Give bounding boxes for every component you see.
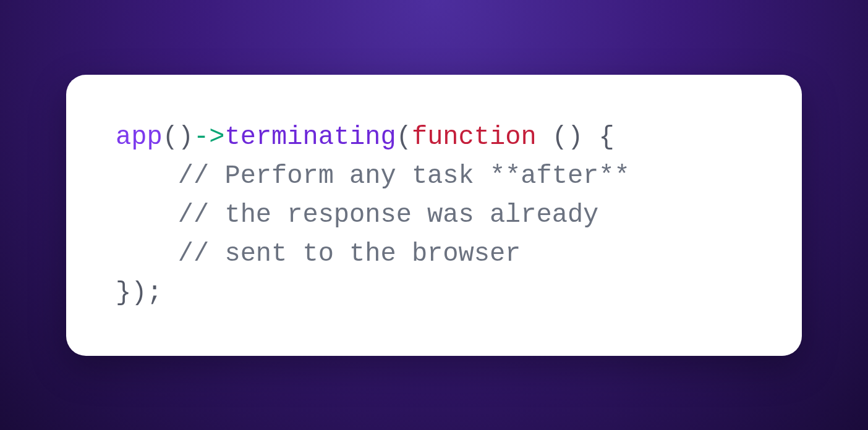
paren-close-1: )	[178, 122, 194, 152]
paren-open-2: (	[396, 122, 412, 152]
comment-line-2: // the response was already	[116, 200, 598, 230]
close-brace: }	[116, 278, 131, 308]
code-block: app()->terminating(function () { // Perf…	[116, 118, 752, 313]
code-snippet-card: app()->terminating(function () { // Perf…	[66, 75, 802, 356]
function-name-app: app	[116, 122, 163, 152]
open-brace: {	[598, 122, 614, 152]
method-terminating: terminating	[224, 122, 396, 152]
comment-line-3: // sent to the browser	[116, 239, 521, 269]
paren-close-end: )	[131, 278, 147, 308]
space-after-function	[537, 122, 552, 152]
space-before-brace	[583, 122, 598, 152]
arrow-operator: ->	[194, 122, 224, 152]
comment-line-1: // Perform any task **after**	[116, 161, 630, 191]
semicolon: ;	[147, 278, 162, 308]
keyword-function: function	[412, 122, 537, 152]
paren-open-1: (	[163, 122, 178, 152]
anon-parens: ()	[552, 122, 583, 152]
